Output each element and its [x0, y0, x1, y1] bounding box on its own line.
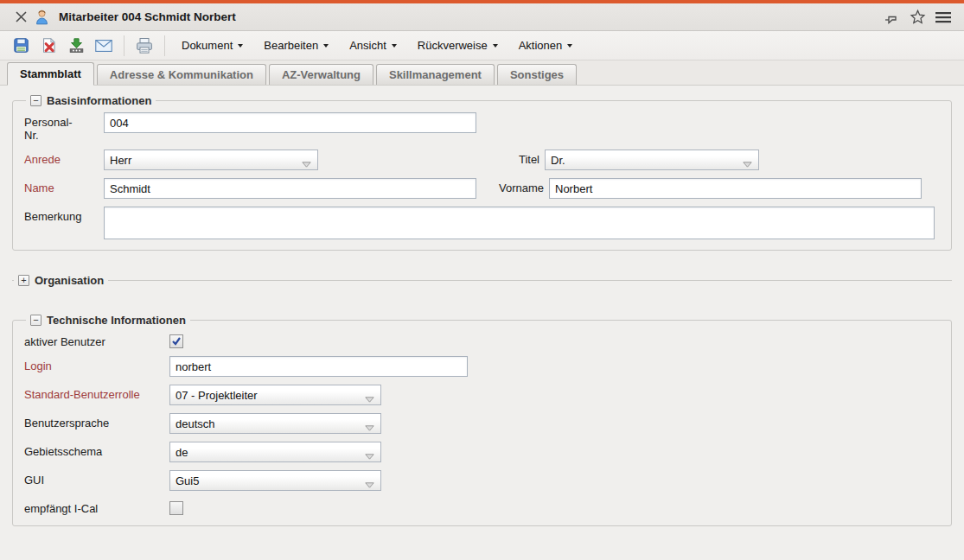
menu-dokument[interactable]: Dokument: [173, 35, 252, 56]
aktiver-benutzer-label: aktiver Benutzer: [24, 332, 169, 348]
dropdown-arrow-icon: [302, 157, 311, 170]
field-row-empfaengt-ical: empfängt I-Cal: [24, 499, 941, 515]
field-row-personal-nr: Personal-Nr.: [24, 112, 941, 142]
caret-down-icon: [567, 44, 572, 48]
field-row-login: Login: [24, 356, 941, 377]
expand-icon[interactable]: [18, 275, 29, 286]
tab-az-verwaltung[interactable]: AZ-Verwaltung: [269, 64, 373, 85]
field-row-benutzersprache: Benutzersprache deutsch: [24, 413, 941, 434]
collapse-icon[interactable]: [30, 95, 41, 106]
caret-down-icon: [392, 44, 397, 48]
empfaengt-ical-label: empfängt I-Cal: [24, 499, 169, 515]
tab-skillmanagement[interactable]: Skillmanagement: [376, 64, 495, 85]
person-icon: [31, 7, 52, 28]
delete-document-icon[interactable]: [36, 35, 61, 57]
field-row-bemerkung: Bemerkung: [24, 207, 941, 239]
field-row-name-vorname: Name Vorname: [24, 178, 941, 199]
field-row-benutzerrolle: Standard-Benutzerrolle 07 - Projektleite…: [24, 385, 941, 405]
bemerkung-label: Bemerkung: [24, 207, 104, 223]
field-row-gui: GUI Gui5: [24, 470, 941, 491]
section-title: Basisinformationen: [47, 94, 151, 107]
download-icon[interactable]: [64, 35, 88, 57]
standard-benutzerrolle-dropdown[interactable]: 07 - Projektleiter: [169, 385, 381, 405]
section-title: Technische Informationen: [47, 314, 186, 327]
gui-dropdown[interactable]: Gui5: [169, 470, 381, 491]
toolbar-separator: [164, 35, 165, 56]
dropdown-arrow-icon: [743, 157, 752, 170]
email-icon[interactable]: [92, 35, 116, 57]
collapse-icon[interactable]: [30, 315, 41, 326]
toolbar-separator: [124, 35, 124, 56]
dropdown-arrow-icon: [365, 421, 374, 434]
benutzersprache-label: Benutzersprache: [24, 413, 169, 430]
field-row-anrede-titel: Anrede Herr Titel Dr.: [24, 150, 941, 170]
gebietsschema-dropdown[interactable]: de: [169, 442, 381, 462]
standard-benutzerrolle-label: Standard-Benutzerrolle: [24, 385, 169, 401]
tab-strip: Stammblatt Adresse & Kommunikation AZ-Ve…: [0, 60, 964, 86]
section-basisinformationen: Basisinformationen Personal-Nr. Anrede H…: [12, 94, 952, 251]
page-title: Mitarbeiter 004 Schmidt Norbert: [59, 10, 236, 23]
field-row-gebietsschema: Gebietsschema de: [24, 442, 941, 462]
anrede-label: Anrede: [24, 150, 104, 166]
benutzersprache-dropdown[interactable]: deutsch: [169, 413, 381, 434]
dropdown-arrow-icon: [365, 478, 374, 491]
vorname-label: Vorname: [476, 178, 549, 194]
tab-stammblatt[interactable]: Stammblatt: [7, 62, 94, 86]
anrede-dropdown[interactable]: Herr: [104, 150, 318, 170]
gebietsschema-label: Gebietsschema: [24, 442, 169, 458]
section-title: Organisation: [35, 274, 104, 287]
titlebar: Mitarbeiter 004 Schmidt Norbert: [0, 3, 964, 31]
bemerkung-textarea[interactable]: [104, 207, 935, 239]
dropdown-arrow-icon: [365, 449, 374, 462]
caret-down-icon: [493, 44, 498, 48]
toolbar: Dokument Bearbeiten Ansicht Rückverweise…: [0, 31, 964, 60]
print-icon[interactable]: [132, 35, 156, 57]
name-label: Name: [24, 178, 104, 194]
menu-bearbeiten[interactable]: Bearbeiten: [255, 35, 337, 56]
save-icon[interactable]: [9, 35, 33, 57]
field-row-aktiver-benutzer: aktiver Benutzer: [24, 332, 941, 348]
pin-icon[interactable]: [881, 7, 902, 28]
menu-rueckverweise[interactable]: Rückverweise: [409, 35, 507, 56]
caret-down-icon: [323, 44, 329, 48]
dropdown-arrow-icon: [365, 392, 374, 405]
close-icon[interactable]: [10, 7, 31, 28]
aktiver-benutzer-checkbox[interactable]: [169, 334, 183, 348]
menu-aktionen[interactable]: Aktionen: [510, 35, 582, 56]
star-icon[interactable]: [907, 7, 928, 28]
name-input[interactable]: [104, 178, 476, 199]
menu-ansicht[interactable]: Ansicht: [341, 35, 405, 56]
tab-adresse-kommunikation[interactable]: Adresse & Kommunikation: [97, 64, 266, 85]
section-technische-informationen: Technische Informationen aktiver Benutze…: [12, 314, 952, 526]
gui-label: GUI: [24, 470, 169, 487]
caret-down-icon: [238, 44, 243, 48]
hamburger-menu-icon[interactable]: [933, 7, 954, 28]
login-label: Login: [24, 356, 169, 372]
vorname-input[interactable]: [549, 178, 922, 199]
form-content: Basisinformationen Personal-Nr. Anrede H…: [0, 86, 964, 526]
titel-label: Titel: [318, 150, 545, 166]
tab-sonstiges[interactable]: Sonstiges: [497, 64, 577, 85]
login-input[interactable]: [169, 356, 468, 377]
empfaengt-ical-checkbox[interactable]: [169, 501, 183, 515]
section-organisation: Organisation: [12, 274, 952, 287]
personal-nr-label: Personal-Nr.: [24, 112, 104, 142]
titel-dropdown[interactable]: Dr.: [545, 150, 759, 170]
personal-nr-input[interactable]: [104, 112, 476, 133]
